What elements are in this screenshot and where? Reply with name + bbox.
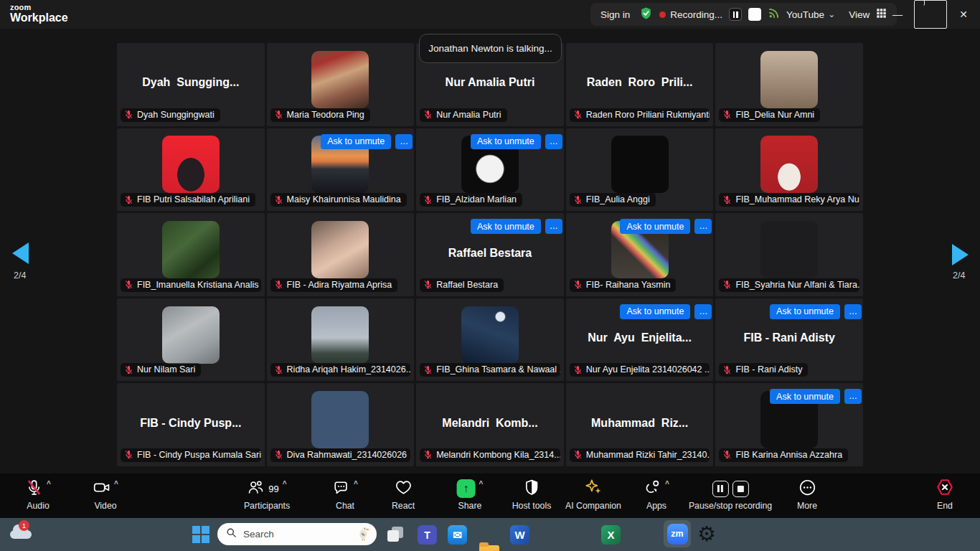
- ask-to-unmute-button[interactable]: Ask to unmute: [770, 304, 840, 319]
- more-button[interactable]: More: [797, 479, 817, 511]
- ask-to-unmute-button[interactable]: Ask to unmute: [620, 219, 690, 234]
- ask-to-unmute-button[interactable]: Ask to unmute: [321, 134, 391, 149]
- microphone-muted-icon: [25, 479, 43, 499]
- participant-tile[interactable]: Diva Rahmawati_2314026026: [267, 383, 415, 466]
- youtube-stream-label[interactable]: YouTube: [786, 9, 824, 20]
- excel-icon[interactable]: X: [601, 525, 621, 545]
- security-shield-icon[interactable]: [639, 6, 653, 22]
- participant-name-pill: Raden Roro Priliani Rukmiyanti: [570, 108, 710, 122]
- chat-label: Chat: [336, 501, 354, 511]
- participant-tile[interactable]: Ask to unmute…Maisy Khairunnisa Maulidin…: [267, 128, 415, 212]
- restore-button[interactable]: [914, 0, 947, 29]
- stop-recording-control-icon[interactable]: [732, 481, 749, 497]
- participant-tile[interactable]: FIB_Syahria Nur Alfani & Tiara...: [715, 213, 863, 296]
- zoom-app-icon[interactable]: zm: [664, 520, 691, 547]
- participant-tile[interactable]: Dyah Sungging...Dyah Sunggingwati: [117, 43, 265, 126]
- participant-tile[interactable]: Raffael BestaraAsk to unmute…Raffael Bes…: [416, 213, 564, 296]
- participant-display-name: Nur Ayu Enjelita...: [566, 331, 714, 344]
- participant-name: FIB- Raihana Yasmin: [586, 280, 671, 290]
- participant-tile[interactable]: FIB_Imanuella Kristiana Analis: [117, 213, 265, 296]
- participant-tile[interactable]: Muhammad Riz...Muhammad Rizki Tahir_2314…: [566, 383, 714, 466]
- participant-more-button[interactable]: …: [694, 219, 712, 234]
- weather-notification-badge: 1: [19, 520, 29, 531]
- pause-recording-control-icon[interactable]: [712, 481, 729, 497]
- participant-tile[interactable]: Ask to unmute…FIB_Alzidan Marlian: [416, 128, 564, 212]
- file-explorer-icon[interactable]: [479, 545, 499, 551]
- participants-button[interactable]: 99 ^ Participants: [244, 479, 290, 511]
- participant-gallery: Dyah Sungging...Dyah SunggingwatiMaria T…: [117, 43, 863, 466]
- participant-more-button[interactable]: …: [694, 304, 712, 319]
- ask-to-unmute-button[interactable]: Ask to unmute: [471, 219, 541, 234]
- ask-to-unmute-button[interactable]: Ask to unmute: [770, 389, 840, 404]
- ai-companion-button[interactable]: AI Companion: [565, 479, 621, 511]
- chat-button[interactable]: ^ Chat: [332, 479, 358, 511]
- start-button[interactable]: [192, 526, 209, 543]
- participant-name: FIB_Imanuella Kristiana Analis: [137, 280, 259, 290]
- settings-gear-icon[interactable]: ⚙: [697, 524, 716, 545]
- apps-button[interactable]: ^ Apps: [644, 479, 669, 511]
- minimize-button[interactable]: —: [881, 0, 914, 29]
- react-button[interactable]: React: [392, 479, 415, 511]
- participant-tile[interactable]: Melandri Komb...Melandri Kombong Kila_23…: [416, 383, 564, 466]
- apps-options-chevron[interactable]: ^: [665, 480, 669, 488]
- share-options-chevron[interactable]: ^: [479, 480, 484, 488]
- task-view-button[interactable]: [387, 527, 403, 542]
- participant-tile[interactable]: FIB - Adira Riyatma Aprisa: [267, 213, 415, 296]
- participant-name-pill: FIB_Alzidan Marlian: [420, 193, 522, 207]
- muted-mic-icon: [573, 450, 583, 459]
- participant-more-button[interactable]: …: [844, 389, 862, 404]
- participant-tile[interactable]: Maria Teodora Ping: [267, 43, 415, 126]
- teams-icon[interactable]: T: [418, 525, 437, 545]
- apps-label: Apps: [646, 501, 666, 511]
- end-meeting-button[interactable]: End: [936, 479, 954, 511]
- word-icon[interactable]: W: [510, 525, 529, 545]
- search-placeholder: Search: [243, 529, 350, 540]
- pause-stop-recording-button[interactable]: Pause/stop recording: [689, 479, 772, 511]
- chevron-down-icon[interactable]: ⌄: [828, 9, 835, 19]
- participant-tile[interactable]: FIB_Delia Nur Amni: [715, 43, 863, 126]
- participant-display-name: Melandri Komb...: [416, 417, 564, 430]
- participants-options-chevron[interactable]: ^: [283, 480, 287, 488]
- participant-tile[interactable]: FIB Putri Salsabilah Apriliani: [117, 128, 265, 212]
- chat-options-chevron[interactable]: ^: [354, 480, 358, 488]
- stop-recording-icon[interactable]: [748, 8, 761, 21]
- participant-more-button[interactable]: …: [395, 134, 413, 149]
- participant-tile[interactable]: FIB_Ghina Tsamara & Nawaal ...: [416, 298, 564, 382]
- ask-to-unmute-button[interactable]: Ask to unmute: [620, 304, 690, 319]
- participant-tile[interactable]: Ask to unmute…FIB- Raihana Yasmin: [566, 213, 714, 296]
- participant-tile[interactable]: Raden Roro Prili...Raden Roro Priliani R…: [566, 43, 714, 126]
- participant-tile[interactable]: FIB - Cindy Pusp...FIB - Cindy Puspa Kum…: [117, 383, 265, 466]
- close-button[interactable]: ✕: [947, 0, 980, 29]
- participant-tile[interactable]: Ridha Ariqah Hakim_2314026...: [267, 298, 415, 382]
- participant-actions: Ask to unmute…: [471, 219, 562, 234]
- participant-more-button[interactable]: …: [545, 134, 562, 149]
- participant-tile[interactable]: FIB - Rani AdistyAsk to unmute…FIB - Ran…: [715, 298, 863, 382]
- ask-to-unmute-button[interactable]: Ask to unmute: [471, 134, 541, 149]
- sign-in-button[interactable]: Sign in: [600, 9, 630, 20]
- participant-tile[interactable]: FIB_Aulia Anggi: [566, 128, 714, 212]
- participant-tile[interactable]: Ask to unmute…FIB Karina Annisa Azzahra: [715, 383, 863, 466]
- video-button[interactable]: ^ Video: [93, 479, 118, 511]
- audio-options-chevron[interactable]: ^: [47, 480, 51, 488]
- pause-recording-icon[interactable]: [729, 8, 742, 21]
- weather-widget[interactable]: 1: [7, 518, 36, 551]
- host-tools-button[interactable]: Host tools: [512, 479, 552, 511]
- participant-tile[interactable]: FIB_Muhammad Reky Arya Nu...: [715, 128, 863, 212]
- muted-mic-icon: [274, 280, 283, 289]
- participant-name-pill: FIB_Imanuella Kristiana Analis: [121, 278, 261, 292]
- view-button[interactable]: View: [849, 9, 870, 20]
- search-box[interactable]: Search: [217, 523, 377, 545]
- participant-avatar-image: [311, 221, 369, 278]
- next-page-arrow[interactable]: [952, 244, 969, 265]
- share-button[interactable]: ↑ ^ Share: [457, 479, 484, 511]
- audio-button[interactable]: ^ Audio: [25, 479, 51, 511]
- video-options-chevron[interactable]: ^: [114, 480, 118, 488]
- previous-page-arrow[interactable]: [12, 242, 29, 264]
- participant-more-button[interactable]: …: [545, 219, 562, 234]
- participant-name: FIB_Syahria Nur Alfani & Tiara...: [735, 280, 859, 290]
- participant-tile[interactable]: Nur Nilam Sari: [117, 298, 265, 382]
- participant-tile[interactable]: Nur Ayu Enjelita...Ask to unmute…Nur Ayu…: [566, 298, 714, 382]
- mail-icon[interactable]: ✉: [448, 525, 467, 545]
- muted-mic-icon: [124, 450, 133, 459]
- participant-more-button[interactable]: …: [844, 304, 862, 319]
